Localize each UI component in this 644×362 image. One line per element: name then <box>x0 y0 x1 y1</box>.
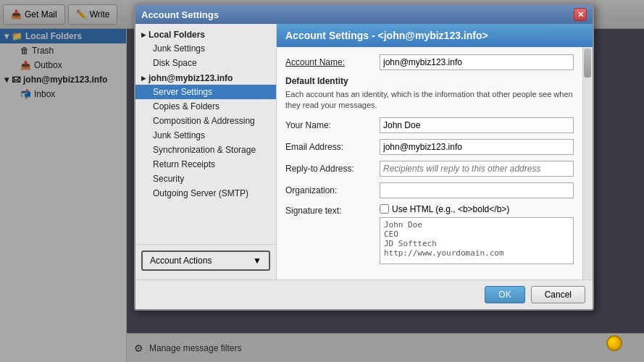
default-identity-desc: Each account has an identity, which is t… <box>285 89 584 111</box>
signature-group: Signature text: Use HTML (e.g., <b>bold<… <box>285 204 584 266</box>
dialog-footer: OK Cancel <box>135 279 593 309</box>
use-html-row: Use HTML (e.g., <b>bold</b>) <box>380 204 574 214</box>
organization-group: Organization: <box>285 182 584 198</box>
nav-item-junk-settings[interactable]: Junk Settings <box>135 41 276 56</box>
nav-footer: Account Actions ▼ <box>135 244 276 277</box>
reply-to-group: Reply-to Address: <box>285 161 584 177</box>
dialog-content: Account Settings - <john@mybiz123.info> … <box>277 24 593 279</box>
organization-label: Organization: <box>285 185 380 195</box>
account-name-input[interactable] <box>380 54 574 70</box>
dialog-nav: ▸ Local Folders Junk Settings Disk Space… <box>135 24 277 279</box>
nav-item-security[interactable]: Security <box>135 172 276 186</box>
scrollbar-track[interactable] <box>582 47 593 279</box>
app-background: 📥 Get Mail ✏️ Write ▾ 📁 Local Folders 🗑 … <box>0 0 644 362</box>
email-group: Email Address: <box>285 139 584 155</box>
nav-item-composition[interactable]: Composition & Addressing <box>135 114 276 128</box>
nav-item-disk-space[interactable]: Disk Space <box>135 56 276 70</box>
content-scroll-area: Account Name: Default Identity Each acco… <box>277 47 593 279</box>
account-actions-button[interactable]: Account Actions ▼ <box>141 251 270 271</box>
nav-account-header[interactable]: ▸ john@mybiz123.info <box>135 70 276 85</box>
nav-item-junk[interactable]: Junk Settings <box>135 128 276 143</box>
signature-label: Signature text: <box>285 204 380 216</box>
dialog-title: Account Settings <box>141 9 219 20</box>
scrollbar-thumb[interactable] <box>584 49 591 77</box>
signature-right: Use HTML (e.g., <b>bold</b>) John Doe CE… <box>380 204 574 266</box>
nav-local-folders-header[interactable]: ▸ Local Folders <box>135 27 276 41</box>
your-name-input[interactable] <box>380 117 574 133</box>
account-name-group: Account Name: <box>285 54 584 70</box>
email-label: Email Address: <box>285 142 380 152</box>
dialog-overlay: Account Settings ✕ ▸ Local Folders Junk … <box>0 0 644 362</box>
signature-textarea[interactable]: John Doe CEO JD Softtech http://www.your… <box>380 217 574 264</box>
account-settings-dialog: Account Settings ✕ ▸ Local Folders Junk … <box>134 4 594 311</box>
content-header-title: Account Settings - <john@mybiz123.info> <box>285 30 488 41</box>
default-identity-title: Default Identity <box>285 76 584 86</box>
account-actions-arrow-icon: ▼ <box>253 256 262 266</box>
decorative-coin <box>606 335 622 351</box>
reply-to-input[interactable] <box>380 161 574 177</box>
nav-arrow-icon: ▸ <box>141 30 146 40</box>
nav-items: ▸ Local Folders Junk Settings Disk Space… <box>135 27 276 244</box>
organization-input[interactable] <box>380 182 574 198</box>
nav-item-smtp[interactable]: Outgoing Server (SMTP) <box>135 186 276 201</box>
nav-item-sync[interactable]: Synchronization & Storage <box>135 143 276 157</box>
account-actions-label: Account Actions <box>150 256 212 266</box>
dialog-titlebar: Account Settings ✕ <box>135 5 593 24</box>
email-input[interactable] <box>380 139 574 155</box>
use-html-label: Use HTML (e.g., <b>bold</b>) <box>392 204 509 214</box>
use-html-checkbox[interactable] <box>380 204 389 214</box>
nav-item-copies-folders[interactable]: Copies & Folders <box>135 99 276 114</box>
account-name-label: Account Name: <box>285 57 380 67</box>
nav-account-arrow-icon: ▸ <box>141 73 146 83</box>
ok-button[interactable]: OK <box>485 286 524 303</box>
your-name-label: Your Name: <box>285 120 380 130</box>
content-header: Account Settings - <john@mybiz123.info> <box>277 24 593 47</box>
nav-local-folders-label: Local Folders <box>149 30 205 40</box>
nav-item-server-settings[interactable]: Server Settings <box>135 85 276 99</box>
dialog-close-button[interactable]: ✕ <box>574 8 587 21</box>
cancel-button[interactable]: Cancel <box>531 286 585 303</box>
nav-item-receipts[interactable]: Return Receipts <box>135 157 276 172</box>
nav-account-label: john@mybiz123.info <box>149 73 233 83</box>
your-name-group: Your Name: <box>285 117 584 133</box>
reply-to-label: Reply-to Address: <box>285 164 380 174</box>
dialog-body: ▸ Local Folders Junk Settings Disk Space… <box>135 24 593 279</box>
